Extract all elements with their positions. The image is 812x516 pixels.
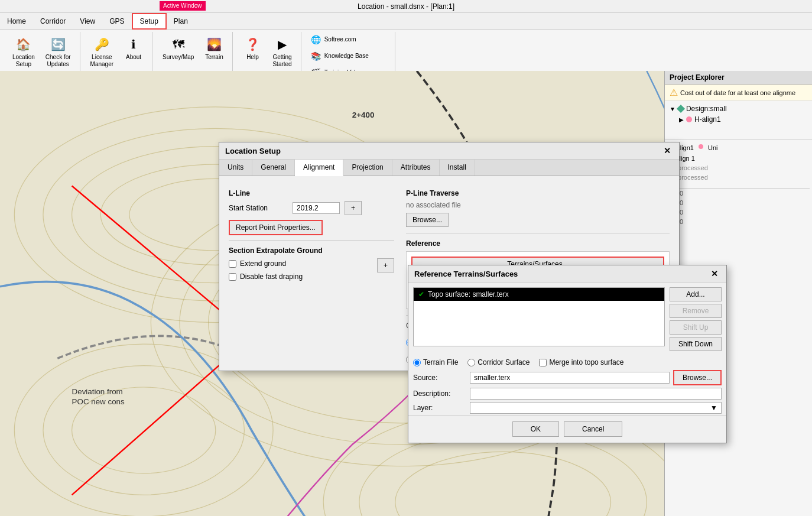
check-updates-button[interactable]: 🔄 Check forUpdates	[41, 32, 75, 71]
ref-terrains-close-button[interactable]: ✕	[709, 269, 720, 278]
menu-gps[interactable]: GPS	[102, 13, 131, 30]
license-manager-button[interactable]: 🔑 LicenseManager	[86, 32, 118, 71]
source-input[interactable]	[470, 372, 670, 384]
location-setup-titlebar: Location Setup ✕	[219, 142, 679, 160]
tab-alignment[interactable]: Alignment	[295, 160, 343, 176]
help-button[interactable]: ❓ Help	[239, 32, 266, 71]
pline-browse-button[interactable]: Browse...	[406, 213, 449, 227]
svg-text:POC new cons: POC new cons	[72, 397, 125, 406]
ref-terrains-title: Reference Terrains/Surfaces	[414, 270, 518, 278]
extend-ground-checkbox[interactable]	[229, 260, 236, 268]
svg-text:2+400: 2+400	[352, 111, 375, 119]
svg-point-9	[43, 366, 244, 495]
reference-title: Reference	[406, 239, 670, 248]
ref-terrains-body: ✔ Topo surface: smaller.terx Add... Remo…	[408, 283, 726, 356]
ground-expand-button[interactable]: +	[377, 258, 394, 272]
warning-icon: ⚠	[670, 87, 678, 98]
ref-browse-button[interactable]: Browse...	[673, 370, 722, 385]
add-terrain-button[interactable]: Add...	[670, 287, 722, 301]
menu-bar: Home Corridor View GPS Setup Plan	[0, 13, 812, 30]
tab-projection[interactable]: Projection	[343, 160, 392, 176]
corridor-surface-radio[interactable]	[467, 359, 475, 366]
merge-topo-checkbox[interactable]	[539, 359, 547, 366]
location-setup-icon: 🏠	[14, 35, 33, 54]
active-window-badge: Active Window	[160, 1, 206, 11]
terrain-list-area: ✔ Topo surface: smaller.terx	[408, 283, 670, 356]
start-station-label: Start Station	[229, 204, 288, 212]
remove-terrain-button[interactable]: Remove	[670, 304, 722, 318]
disable-fast-draping-label: Disable fast draping	[240, 272, 303, 281]
description-label: Description:	[413, 390, 466, 398]
start-station-input[interactable]	[293, 202, 340, 214]
pe-prop-row2: V-align 1	[667, 154, 810, 163]
source-row: Source: Browse...	[408, 369, 726, 387]
terrain-button[interactable]: 🌄 Terrain	[200, 32, 228, 64]
pline-no-file: no associated file	[406, 201, 670, 209]
expand-icon-halign: ▶	[679, 116, 684, 123]
shift-down-button[interactable]: Shift Down	[670, 337, 722, 351]
cancel-button[interactable]: Cancel	[564, 421, 622, 437]
softree-button[interactable]: 🌐 Softree.com	[307, 32, 390, 47]
expand-icon: ▼	[670, 106, 675, 112]
pe-design-item[interactable]: ▼ Design:small	[667, 103, 810, 114]
knowledge-base-button[interactable]: 📚 Knowledge Base	[307, 48, 390, 64]
terrain-type-radios: Terrain File Corridor Surface Merge into…	[408, 356, 726, 369]
svg-point-13	[395, 452, 611, 516]
merge-topo-label: Merge into topo surface	[549, 358, 623, 366]
knowledge-base-icon: 📚	[311, 51, 321, 61]
terrain-file-radio[interactable]	[413, 359, 421, 366]
layer-dropdown-icon: ▼	[710, 404, 717, 412]
divider2	[406, 233, 670, 233]
start-station-increment-button[interactable]: +	[345, 201, 362, 215]
title-bar: Location - small.dsnx - [Plan:1] Active …	[0, 0, 812, 13]
layer-dropdown[interactable]: ▼	[470, 402, 722, 414]
shift-up-button[interactable]: Shift Up	[670, 320, 722, 335]
tab-install[interactable]: Install	[440, 160, 475, 176]
location-setup-close-button[interactable]: ✕	[661, 146, 673, 155]
menu-home[interactable]: Home	[0, 13, 33, 30]
pe-unprocessed2: Unprocessed	[667, 173, 810, 182]
ref-terrains-titlebar: Reference Terrains/Surfaces ✕	[408, 265, 726, 283]
halign-icon	[686, 116, 692, 122]
pe-tree: ▼ Design:small ▶ H-align1	[665, 101, 812, 127]
tab-general[interactable]: General	[252, 160, 295, 176]
tab-attributes[interactable]: Attributes	[392, 160, 440, 176]
pe-halign-item[interactable]: ▶ H-align1	[667, 114, 810, 125]
tab-units[interactable]: Units	[219, 160, 252, 176]
softree-icon: 🌐	[311, 35, 321, 44]
extend-ground-checkbox-row: Extend ground	[229, 259, 286, 268]
pe-properties: H-align1 Uni V-align 1 Unprocessed Unpro…	[665, 139, 812, 267]
report-point-row: Report Point Properties...	[229, 220, 394, 235]
disable-fast-draping-checkbox[interactable]	[229, 273, 236, 281]
halign-dot	[699, 144, 703, 149]
getting-started-icon: ▶	[273, 35, 292, 54]
source-label: Source:	[413, 374, 466, 382]
ok-button[interactable]: OK	[512, 421, 559, 437]
menu-corridor[interactable]: Corridor	[33, 13, 73, 30]
terrain-side-buttons: Add... Remove Shift Up Shift Down	[670, 283, 726, 356]
ref-terrains-dialog: Reference Terrains/Surfaces ✕ ✔ Topo sur…	[408, 265, 727, 443]
divider1	[229, 240, 394, 241]
menu-view[interactable]: View	[73, 13, 102, 30]
terrain-list[interactable]: ✔ Topo surface: smaller.terx	[413, 287, 665, 346]
terrain-file-label: Terrain File	[423, 358, 458, 366]
terrain-check-icon: ✔	[418, 290, 424, 298]
survey-map-button[interactable]: 🗺 Survey/Map	[158, 32, 198, 64]
pe-warning: ⚠ Cost out of date for at least one alig…	[665, 85, 812, 101]
description-input[interactable]	[470, 388, 722, 400]
terrain-item-1[interactable]: ✔ Topo surface: smaller.terx	[414, 288, 664, 301]
getting-started-button[interactable]: ▶ GettingStarted	[268, 32, 295, 71]
menu-setup[interactable]: Setup	[132, 13, 167, 30]
disable-fast-draping-row: Disable fast draping	[229, 272, 394, 281]
help-icon: ❓	[243, 35, 262, 54]
license-icon: 🔑	[92, 35, 111, 54]
check-updates-icon: 🔄	[48, 35, 67, 54]
report-point-properties-button[interactable]: Report Point Properties...	[229, 220, 323, 235]
corridor-surface-label: Corridor Surface	[478, 358, 530, 366]
project-explorer-title: Project Explorer	[665, 71, 812, 85]
app-title: Location - small.dsnx - [Plan:1]	[358, 2, 454, 11]
location-setup-button[interactable]: 🏠 LocationSetup	[8, 32, 39, 71]
pe-prop-row1: H-align1 Uni	[667, 142, 810, 154]
menu-plan[interactable]: Plan	[167, 13, 195, 30]
about-button[interactable]: ℹ About	[120, 32, 147, 71]
